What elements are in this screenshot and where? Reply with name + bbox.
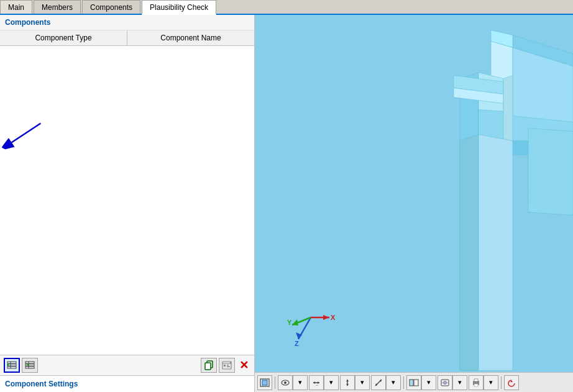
svg-rect-9 <box>25 367 34 368</box>
move-y-group: ▾ <box>340 375 370 390</box>
tab-components[interactable]: Components <box>82 0 140 14</box>
svg-marker-47 <box>503 76 513 144</box>
components-panel-title: Components <box>0 15 254 30</box>
svg-rect-16 <box>224 365 226 367</box>
svg-marker-76 <box>442 381 447 385</box>
svg-rect-7 <box>25 362 34 363</box>
axis-indicator: Z Y X <box>286 305 336 342</box>
svg-marker-54 <box>292 319 298 326</box>
toolbar-separator-1 <box>275 376 275 389</box>
move-x-button[interactable]: ↔ <box>309 375 324 390</box>
display-mode-button[interactable] <box>406 375 421 390</box>
print-button[interactable] <box>469 375 484 390</box>
svg-rect-17 <box>227 365 229 366</box>
svg-marker-46 <box>528 129 573 216</box>
undo-rotate-button[interactable] <box>504 375 519 390</box>
move-z-dropdown[interactable]: ▾ <box>386 375 401 390</box>
viewport-bottom-toolbar: ▾ ↔ ▾ <box>255 372 573 392</box>
copy-button[interactable] <box>201 358 217 373</box>
render-group: ▾ <box>438 375 467 390</box>
add-row-button[interactable] <box>4 358 20 373</box>
move-z-button[interactable] <box>371 375 386 390</box>
components-table-body <box>0 46 254 355</box>
viewport-3d[interactable]: Z Y X <box>255 15 573 392</box>
svg-marker-48 <box>460 135 479 371</box>
view-mode-group: ▾ <box>278 375 308 390</box>
svg-rect-73 <box>410 380 413 386</box>
delete-button[interactable]: ✕ <box>237 358 250 372</box>
move-z-group: ▾ <box>371 375 401 390</box>
components-toolbar: ✕ <box>0 355 254 376</box>
table-header: Component Type Component Name <box>0 30 254 46</box>
svg-rect-18 <box>227 367 230 368</box>
svg-text:Y: Y <box>287 319 292 326</box>
move-y-button[interactable] <box>340 375 355 390</box>
left-panel: Components Component Type Component Name <box>0 15 255 392</box>
svg-line-1 <box>12 116 41 150</box>
col-header-component-type: Component Type <box>0 30 127 45</box>
render-dropdown[interactable]: ▾ <box>452 375 467 390</box>
svg-rect-13 <box>205 363 211 370</box>
svg-text:Z: Z <box>295 340 299 347</box>
svg-rect-3 <box>7 364 16 366</box>
svg-rect-79 <box>474 379 478 381</box>
indent-button[interactable] <box>22 358 38 373</box>
col-header-component-name: Component Name <box>127 30 254 45</box>
svg-rect-80 <box>474 384 478 386</box>
view-eye-button[interactable] <box>278 375 293 390</box>
toolbar-separator-2 <box>403 376 404 389</box>
blue-arrow-indicator <box>0 110 50 167</box>
tab-main[interactable]: Main <box>0 0 32 14</box>
move-y-dropdown[interactable]: ▾ <box>355 375 370 390</box>
render-button[interactable] <box>438 375 452 390</box>
toolbar-separator-3 <box>501 376 502 389</box>
svg-marker-57 <box>323 315 329 320</box>
svg-rect-60 <box>262 380 267 385</box>
display-dropdown[interactable]: ▾ <box>421 375 436 390</box>
svg-rect-2 <box>7 362 16 363</box>
svg-marker-68 <box>346 380 349 381</box>
main-layout: Components Component Type Component Name <box>0 15 573 392</box>
svg-rect-8 <box>25 364 34 366</box>
tab-plausibility[interactable]: Plausibility Check <box>142 0 216 15</box>
move-x-dropdown[interactable]: ▾ <box>324 375 339 390</box>
svg-marker-69 <box>346 384 349 386</box>
display-group: ▾ <box>406 375 436 390</box>
print-dropdown[interactable]: ▾ <box>484 375 498 390</box>
svg-marker-49 <box>479 135 513 371</box>
print-group: ▾ <box>469 375 498 390</box>
svg-rect-4 <box>7 367 16 368</box>
component-settings-label: Component Settings <box>0 376 254 392</box>
tab-bar: Main Members Components Plausibility Che… <box>0 0 573 15</box>
settings-button[interactable] <box>219 358 235 373</box>
svg-point-62 <box>284 381 286 384</box>
svg-rect-74 <box>414 380 418 386</box>
tab-members[interactable]: Members <box>34 0 81 14</box>
svg-text:X: X <box>331 314 336 321</box>
move-x-group: ↔ ▾ <box>309 375 339 390</box>
fit-view-button[interactable] <box>257 375 272 390</box>
view-dropdown-1[interactable]: ▾ <box>293 375 308 390</box>
svg-text:↔: ↔ <box>315 383 319 387</box>
